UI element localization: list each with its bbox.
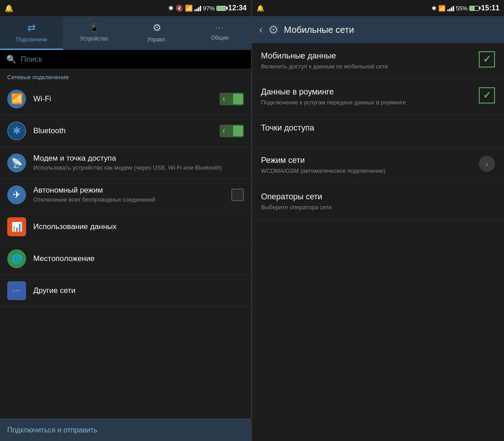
modem-icon: 📡: [7, 153, 26, 172]
connections-icon: ⇄: [27, 22, 36, 34]
right-status-left: 🔔: [256, 4, 264, 12]
wifi-text: Wi-Fi: [33, 94, 220, 104]
wifi-symbol: 📶: [11, 93, 23, 105]
connections-label: Подключени: [16, 36, 47, 43]
network-mode-arrow: ›: [479, 156, 495, 172]
right-item-roaming[interactable]: Данные в роуминге Подключение к услугам …: [252, 79, 504, 115]
time-left: 12:34: [228, 4, 247, 12]
back-button[interactable]: ‹: [259, 23, 263, 36]
operators-title: Операторы сети: [261, 192, 495, 202]
signal-bars-right: [447, 5, 454, 11]
bluetooth-toggle[interactable]: I: [220, 125, 244, 137]
settings-item-airplane[interactable]: ✈ Автономный режим Отключение всех беспр…: [0, 179, 251, 211]
status-bar-left-icons: 🔔: [4, 4, 14, 13]
mobile-data-text: Мобильные данные Включить доступ к данны…: [261, 51, 474, 71]
tab-device[interactable]: 📱 Устройство: [63, 16, 126, 50]
wifi-toggle-label: I: [223, 97, 225, 102]
left-panel: 🔔 ✱ 🔇 📶 97% 12:34 ⇄ Подключени 📱: [0, 0, 252, 441]
operators-text: Операторы сети Выберите оператора сети: [261, 192, 495, 212]
wifi-toggle[interactable]: I: [220, 93, 244, 105]
settings-item-bluetooth[interactable]: ✱ Bluetooth I: [0, 115, 251, 147]
settings-item-modem[interactable]: 📡 Модем и точка доступа Использовать уст…: [0, 147, 251, 179]
data-usage-icon: 📊: [7, 217, 26, 236]
right-item-network-mode[interactable]: Режим сети WCDMA/GSM (автоматическое под…: [252, 148, 504, 184]
mobile-data-subtitle: Включить доступ к данным по мобильной се…: [261, 63, 474, 71]
wifi-status-icon: 📶: [185, 4, 193, 12]
settings-item-data-usage[interactable]: 📊 Использование данных: [0, 211, 251, 243]
search-icon: 🔍: [6, 54, 16, 64]
bottom-bar[interactable]: Подключиться и отправить: [0, 418, 251, 441]
notification-icon-right: 🔔: [256, 4, 264, 12]
right-item-access-points[interactable]: Точки доступа: [252, 115, 504, 148]
bottom-bar-label: Подключиться и отправить: [7, 426, 97, 434]
airplane-subtitle: Отключение всех беспроводных соединений: [33, 196, 231, 204]
location-text: Местоположение: [33, 254, 244, 263]
search-input[interactable]: [21, 55, 245, 64]
access-points-title: Точки доступа: [261, 123, 495, 133]
other-networks-title: Другие сети: [33, 286, 244, 295]
mobile-data-title: Мобильные данные: [261, 51, 474, 61]
roaming-subtitle: Подключение к услугам передачи данных в …: [261, 99, 474, 107]
location-symbol: 🌐: [11, 253, 22, 264]
right-status-right: ✱ 📶 55% 15:11: [432, 4, 500, 12]
airplane-title: Автономный режим: [33, 186, 231, 195]
modem-subtitle: Использовать устройство как модем (через…: [33, 164, 244, 172]
manage-label: Управл.: [147, 36, 166, 43]
battery-icon-left: [216, 6, 226, 11]
bluetooth-text: Bluetooth: [33, 126, 220, 135]
location-icon: 🌐: [7, 249, 26, 268]
roaming-title: Данные в роуминге: [261, 87, 474, 97]
other-networks-icon: ···: [7, 281, 26, 300]
search-bar[interactable]: 🔍: [0, 50, 251, 69]
wifi-toggle-knob: [233, 94, 243, 104]
left-status-bar: 🔔 ✱ 🔇 📶 97% 12:34: [0, 0, 251, 16]
wifi-title: Wi-Fi: [33, 94, 220, 104]
access-points-text: Точки доступа: [261, 123, 495, 135]
airplane-symbol: ✈: [13, 189, 21, 201]
tab-general[interactable]: ··· Общие: [189, 16, 252, 50]
mute-icon: 🔇: [176, 4, 183, 12]
right-panel: 🔔 ✱ 📶 55% 15:11 ‹ ⚙ Мобильные сети: [252, 0, 504, 441]
operators-subtitle: Выберите оператора сети: [261, 203, 495, 212]
tab-bar: ⇄ Подключени 📱 Устройство ⚙ Управл. ··· …: [0, 16, 251, 50]
right-header-title: Мобильные сети: [284, 25, 354, 35]
network-mode-title: Режим сети: [261, 156, 474, 165]
right-item-operators[interactable]: Операторы сети Выберите оператора сети: [252, 184, 504, 220]
bluetooth-icon: ✱: [7, 122, 26, 140]
signal-bars: [194, 5, 201, 11]
battery-percent-left: 97%: [203, 5, 215, 12]
tab-manage[interactable]: ⚙ Управл.: [126, 16, 189, 50]
general-label: Общие: [211, 35, 229, 41]
bluetooth-status-icon: ✱: [168, 4, 174, 12]
bluetooth-symbol: ✱: [13, 125, 21, 137]
other-networks-symbol: ···: [13, 287, 20, 295]
right-settings-list: Мобильные данные Включить доступ к данны…: [252, 43, 504, 441]
settings-item-wifi[interactable]: 📶 Wi-Fi I: [0, 83, 251, 115]
other-networks-text: Другие сети: [33, 286, 244, 295]
data-usage-text: Использование данных: [33, 222, 244, 231]
roaming-checkbox[interactable]: [479, 87, 495, 104]
settings-item-other-networks[interactable]: ··· Другие сети: [0, 275, 251, 307]
status-bar-right-info: ✱ 🔇 📶 97% 12:34: [168, 4, 247, 12]
device-label: Устройство: [80, 36, 108, 42]
battery-percent-right: 55%: [456, 5, 468, 12]
manage-icon: ⚙: [153, 22, 162, 34]
device-icon: 📱: [89, 23, 99, 33]
right-header: ‹ ⚙ Мобильные сети: [252, 16, 504, 43]
airplane-checkbox[interactable]: [231, 189, 244, 201]
tab-connections[interactable]: ⇄ Подключени: [0, 16, 63, 50]
wifi-icon: 📶: [7, 90, 26, 108]
battery-icon-right: [469, 6, 479, 11]
data-usage-symbol: 📊: [11, 221, 22, 232]
settings-item-location[interactable]: 🌐 Местоположение: [0, 243, 251, 275]
location-title: Местоположение: [33, 254, 244, 263]
mobile-data-checkbox[interactable]: [479, 51, 495, 68]
network-mode-text: Режим сети WCDMA/GSM (автоматическое под…: [261, 156, 474, 175]
right-status-bar: 🔔 ✱ 📶 55% 15:11: [252, 0, 504, 16]
bt-icon-right: ✱: [432, 5, 436, 12]
modem-symbol: 📡: [11, 158, 22, 168]
right-item-mobile-data[interactable]: Мобильные данные Включить доступ к данны…: [252, 43, 504, 79]
section-header-connections: Сетевые подключения: [0, 69, 251, 83]
bluetooth-title: Bluetooth: [33, 126, 220, 135]
airplane-text: Автономный режим Отключение всех беспров…: [33, 186, 231, 204]
